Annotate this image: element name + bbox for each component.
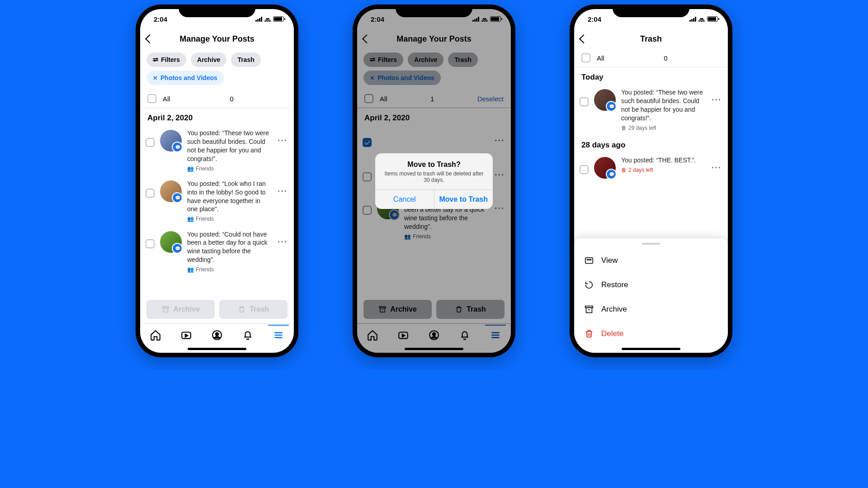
restore-icon <box>584 280 594 290</box>
time-left: 29 days left <box>628 124 656 132</box>
select-row: All 0 <box>140 90 294 108</box>
svg-point-19 <box>587 259 588 260</box>
time-left: 2 days left <box>628 166 653 174</box>
selected-count: 0 <box>177 95 287 103</box>
select-row: All 0 <box>574 49 728 67</box>
post-audience: Friends <box>196 215 214 223</box>
archive-icon <box>161 305 170 313</box>
more-icon[interactable]: ⋯ <box>276 129 288 146</box>
post-item: You posted: “Look who I ran into in the … <box>140 176 294 227</box>
trash-chip[interactable]: Trash <box>231 52 260 67</box>
nav-header: Trash <box>574 29 728 49</box>
archive-chip[interactable]: Archive <box>191 52 226 67</box>
select-all-label: All <box>163 95 170 103</box>
dialog-title: Move to Trash? <box>381 161 487 169</box>
post-text: You posted: “These two were such beautif… <box>187 129 269 162</box>
tab-profile[interactable] <box>211 329 223 341</box>
date-header: 28 days ago <box>574 135 728 152</box>
select-all-checkbox[interactable] <box>581 53 590 62</box>
tabbar <box>140 323 294 346</box>
trash-small-icon: 🗑 <box>621 124 627 132</box>
post-text: You posted: “Look who I ran into in the … <box>187 180 266 213</box>
post-text: You posted: “THE. BEST.”. <box>621 156 696 164</box>
sliders-icon <box>153 58 158 61</box>
post-item: You posted: “THE. BEST.”.🗑2 days left ⋯ <box>574 152 728 182</box>
post-item: You posted: “These two were such beautif… <box>140 125 294 176</box>
phone-manage-posts: 2:04 Manage Your Posts Filters Archive T… <box>136 5 298 357</box>
tab-notifications[interactable] <box>242 329 254 341</box>
close-icon: ✕ <box>153 75 158 81</box>
battery-icon <box>273 16 284 22</box>
post-checkbox[interactable] <box>146 239 155 248</box>
friends-icon: 👥 <box>187 215 194 223</box>
notch <box>179 5 255 17</box>
signal-icon <box>255 16 262 22</box>
post-audience: Friends <box>196 165 214 172</box>
date-header: Today <box>574 67 728 85</box>
select-all-checkbox[interactable] <box>147 94 156 103</box>
sheet-delete[interactable]: Delete <box>574 322 728 346</box>
avatar <box>160 231 182 253</box>
tab-watch[interactable] <box>180 329 192 341</box>
more-icon[interactable]: ⋯ <box>276 230 288 247</box>
confirm-button[interactable]: Move to Trash <box>434 190 493 209</box>
avatar <box>594 157 616 179</box>
move-to-trash-dialog: Move to Trash? Items moved to trash will… <box>375 153 493 209</box>
post-item: You posted: “Could not have been a bette… <box>140 227 294 277</box>
post-checkbox[interactable] <box>580 165 589 174</box>
archive-icon <box>584 304 594 314</box>
sheet-handle[interactable] <box>642 243 660 245</box>
friends-icon: 👥 <box>187 165 194 172</box>
more-icon[interactable]: ⋯ <box>710 156 722 173</box>
tab-home[interactable] <box>150 329 161 341</box>
status-time: 2:04 <box>154 15 167 23</box>
svg-point-21 <box>590 259 591 260</box>
sheet-restore[interactable]: Restore <box>574 273 728 297</box>
more-icon[interactable]: ⋯ <box>710 88 722 105</box>
svg-point-5 <box>216 332 219 336</box>
status-time: 2:04 <box>588 15 601 23</box>
more-icon[interactable]: ⋯ <box>276 180 288 197</box>
avatar <box>160 130 182 152</box>
svg-point-20 <box>589 259 590 260</box>
filter-chips: Filters Archive Trash <box>140 49 294 71</box>
select-all-label: All <box>597 54 604 62</box>
post-audience: Friends <box>196 266 214 273</box>
friends-icon: 👥 <box>187 266 194 273</box>
view-icon <box>584 256 594 265</box>
phone-trash-sheet: 2:04 Trash All 0 Today You posted: “Thes… <box>570 5 732 357</box>
action-bar: Archive Trash <box>140 295 294 323</box>
avatar <box>160 180 182 202</box>
post-text: You posted: “These two were such beautif… <box>621 89 703 122</box>
page-title: Trash <box>587 34 715 44</box>
trash-button[interactable]: Trash <box>219 300 288 319</box>
home-indicator <box>188 348 246 350</box>
nav-header: Manage Your Posts <box>140 29 294 49</box>
post-item: You posted: “These two were such beautif… <box>574 85 728 135</box>
delete-icon <box>584 329 594 339</box>
archive-button[interactable]: Archive <box>146 300 215 319</box>
selected-count: 0 <box>611 54 721 62</box>
post-checkbox[interactable] <box>146 189 155 198</box>
page-title: Manage Your Posts <box>153 34 281 44</box>
post-text: You posted: “Could not have been a bette… <box>187 231 267 264</box>
date-header: April 2, 2020 <box>140 108 294 125</box>
filters-chip[interactable]: Filters <box>146 52 186 67</box>
cancel-button[interactable]: Cancel <box>375 190 434 209</box>
wifi-icon <box>264 16 271 22</box>
avatar <box>594 89 616 111</box>
action-sheet: View Restore Archive Delete <box>574 238 728 353</box>
home-indicator <box>622 348 680 350</box>
active-filter-chip[interactable]: ✕Photos and Videos <box>146 71 224 85</box>
trash-icon <box>238 305 246 313</box>
post-checkbox[interactable] <box>146 138 155 147</box>
sheet-view[interactable]: View <box>574 248 728 273</box>
modal-overlay[interactable]: Move to Trash? Items moved to trash will… <box>357 9 511 353</box>
battery-icon <box>707 16 718 22</box>
tab-menu[interactable] <box>273 329 284 341</box>
post-checkbox[interactable] <box>580 97 589 106</box>
sheet-archive[interactable]: Archive <box>574 297 728 322</box>
wifi-icon <box>698 16 705 22</box>
phone-move-to-trash-dialog: 2:04 Manage Your Posts Filters Archive T… <box>353 5 515 357</box>
trash-small-icon: 🗑 <box>621 166 627 174</box>
